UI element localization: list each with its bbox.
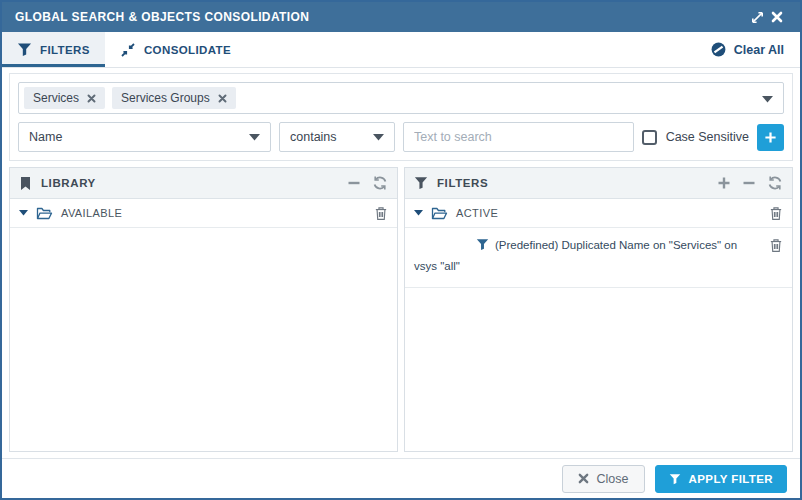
tab-consolidate[interactable]: CONSOLIDATE (105, 32, 246, 67)
filters-panel-header: FILTERS (405, 168, 792, 199)
tree-row-available[interactable]: AVAILABLE (10, 199, 397, 228)
add-plus-icon[interactable] (717, 176, 731, 190)
available-group-label: AVAILABLE (61, 207, 122, 219)
close-x-icon (578, 473, 589, 484)
close-button[interactable]: Close (562, 465, 645, 493)
operator-select[interactable]: contains (279, 122, 395, 152)
chip-remove-icon[interactable] (87, 94, 96, 103)
chip-label: Services (33, 91, 79, 105)
filter-icon (17, 42, 32, 57)
add-filter-button[interactable] (757, 124, 784, 151)
tab-bar: FILTERS CONSOLIDATE Clear All (2, 32, 800, 68)
apply-filter-button[interactable]: APPLY FILTER (655, 465, 787, 493)
refresh-icon[interactable] (372, 175, 388, 191)
close-icon[interactable] (767, 7, 787, 27)
chip-services: Services (24, 87, 105, 109)
chip-services-groups: Services Groups (112, 87, 236, 109)
case-sensitive-group: Case Sensitive (642, 130, 749, 145)
library-header-icons (347, 175, 388, 191)
filters-header-icons (717, 175, 783, 191)
case-sensitive-label: Case Sensitive (666, 130, 749, 144)
clear-all-button[interactable]: Clear All (694, 32, 800, 67)
refresh-icon[interactable] (767, 175, 783, 191)
filters-tree: ACTIVE (Predefined) Duplicated Name on (405, 199, 792, 451)
tab-filters[interactable]: FILTERS (2, 32, 105, 67)
filter-item[interactable]: (Predefined) Duplicated Name on "Service… (405, 228, 792, 288)
expand-icon[interactable] (747, 7, 767, 27)
global-search-dialog: GLOBAL SEARCH & OBJECTS CONSOLIDATION FI… (0, 0, 802, 500)
window-title: GLOBAL SEARCH & OBJECTS CONSOLIDATION (15, 10, 309, 24)
ban-icon (710, 41, 727, 58)
filter-builder-section: Services Services Groups (9, 73, 793, 161)
object-types-select[interactable]: Services Services Groups (18, 82, 784, 114)
folder-open-icon (431, 206, 448, 221)
chip-label: Services Groups (121, 91, 210, 105)
search-input[interactable] (403, 122, 634, 152)
clear-all-label: Clear All (734, 43, 784, 57)
close-button-label: Close (597, 472, 629, 486)
folder-open-icon (36, 206, 53, 221)
tab-consolidate-label: CONSOLIDATE (144, 44, 231, 56)
trash-icon[interactable] (769, 206, 783, 221)
apply-filter-label: APPLY FILTER (689, 473, 773, 485)
consolidate-icon (120, 42, 136, 58)
chevron-down-icon (373, 134, 384, 141)
caret-down-icon[interactable] (414, 210, 423, 216)
field-select[interactable]: Name (18, 122, 271, 152)
chevron-down-icon (249, 134, 260, 141)
trash-icon[interactable] (374, 206, 388, 221)
filters-panel: FILTERS (404, 167, 793, 452)
plus-icon (764, 131, 777, 144)
trash-icon[interactable] (769, 238, 783, 257)
case-sensitive-checkbox[interactable] (642, 130, 657, 145)
chevron-down-icon (762, 89, 773, 107)
panels-container: LIBRARY (9, 167, 793, 452)
filter-item-label: (Predefined) Duplicated Name on "Service… (414, 239, 737, 272)
library-panel: LIBRARY (9, 167, 398, 452)
library-panel-title: LIBRARY (41, 177, 96, 189)
caret-down-icon[interactable] (19, 210, 28, 216)
window-titlebar: GLOBAL SEARCH & OBJECTS CONSOLIDATION (2, 2, 800, 32)
collapse-minus-icon[interactable] (742, 176, 756, 190)
active-group-label: ACTIVE (456, 207, 498, 219)
tabbar-spacer (246, 32, 694, 67)
filter-icon (414, 176, 428, 190)
filter-item-icon (476, 238, 489, 251)
tree-row-active[interactable]: ACTIVE (405, 199, 792, 228)
filter-icon (669, 473, 681, 485)
collapse-minus-icon[interactable] (347, 176, 361, 190)
dialog-footer: Close APPLY FILTER (2, 458, 800, 498)
tab-filters-label: FILTERS (40, 44, 90, 56)
filters-panel-title: FILTERS (437, 177, 488, 189)
builder-row: Name contains Case Sensitive (18, 122, 784, 152)
chip-remove-icon[interactable] (218, 94, 227, 103)
library-panel-header: LIBRARY (10, 168, 397, 199)
operator-select-value: contains (290, 130, 337, 144)
bookmark-icon (19, 176, 32, 191)
field-select-value: Name (29, 130, 62, 144)
library-tree: AVAILABLE (10, 199, 397, 451)
filter-item-text-wrap: (Predefined) Duplicated Name on "Service… (414, 235, 761, 278)
